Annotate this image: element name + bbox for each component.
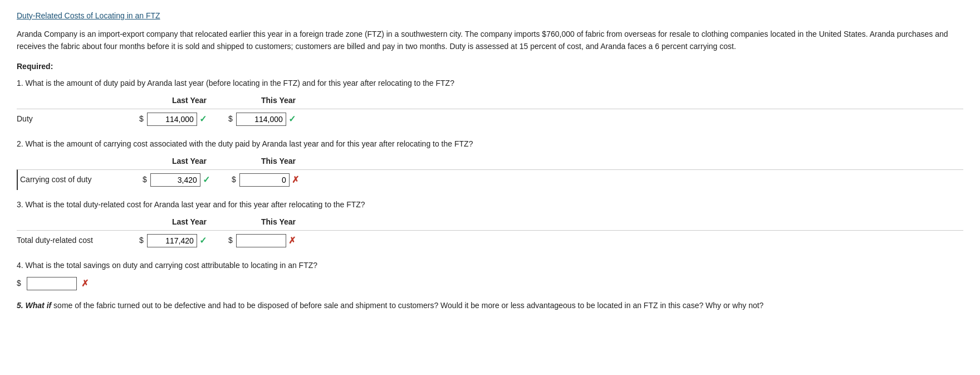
q2-last-year-check-icon: ✓ <box>203 173 210 187</box>
q1-this-year-input[interactable] <box>236 113 286 126</box>
required-label: Required: <box>17 62 963 71</box>
q2-col-headers: Last Year This Year <box>17 155 963 167</box>
q4-dollar: $ <box>17 277 21 289</box>
q3-this-year-header: This Year <box>234 216 323 228</box>
question-1: 1. What is the amount of duty paid by Ar… <box>17 77 963 129</box>
q2-data-row: Carrying cost of duty $ ✓ $ ✗ <box>17 169 963 190</box>
q4-input-row: $ ✗ <box>17 277 963 290</box>
q2-last-year-cell: $ ✓ <box>143 173 232 187</box>
q1-this-year-check-icon: ✓ <box>288 113 296 126</box>
q2-last-year-input[interactable] <box>150 173 200 187</box>
q4-text: 4. What is the total savings on duty and… <box>17 260 963 271</box>
q3-this-year-x-icon[interactable]: ✗ <box>288 234 296 247</box>
q2-text: 2. What is the amount of carrying cost a… <box>17 138 963 150</box>
q2-last-year-header: Last Year <box>145 155 234 167</box>
q1-col-headers: Last Year This Year <box>17 95 963 106</box>
q2-this-year-cell: $ ✗ <box>232 173 321 187</box>
q2-last-year-dollar: $ <box>143 174 147 186</box>
q3-text: 3. What is the total duty-related cost f… <box>17 199 963 211</box>
q4-x-icon[interactable]: ✗ <box>81 277 89 290</box>
intro-paragraph: Aranda Company is an import-export compa… <box>17 28 963 53</box>
q2-this-year-x-icon[interactable]: ✗ <box>292 173 299 187</box>
question-5: 5. What if some of the fabric turned out… <box>17 299 963 311</box>
q1-last-year-header: Last Year <box>145 95 234 106</box>
q4-input[interactable] <box>27 277 77 290</box>
q2-this-year-dollar: $ <box>232 174 236 186</box>
q3-col-headers: Last Year This Year <box>17 216 963 228</box>
q1-row-label: Duty <box>17 113 139 125</box>
q2-row-label: Carrying cost of duty <box>20 174 143 186</box>
question-4: 4. What is the total savings on duty and… <box>17 260 963 290</box>
q1-text: 1. What is the amount of duty paid by Ar… <box>17 77 963 89</box>
page-title[interactable]: Duty-Related Costs of Locating in an FTZ <box>17 11 963 20</box>
q3-data-row: Total duty-related cost $ ✓ $ ✗ <box>17 230 963 251</box>
q3-row-label: Total duty-related cost <box>17 235 139 246</box>
q3-this-year-dollar: $ <box>228 235 233 246</box>
question-3: 3. What is the total duty-related cost f… <box>17 199 963 251</box>
q3-last-year-dollar: $ <box>139 235 144 246</box>
q1-this-year-dollar: $ <box>228 113 233 125</box>
q3-last-year-check-icon: ✓ <box>199 234 207 247</box>
q1-this-year-cell: $ ✓ <box>228 113 317 126</box>
q1-this-year-header: This Year <box>234 95 323 106</box>
q2-this-year-header: This Year <box>234 155 323 167</box>
q3-last-year-cell: $ ✓ <box>139 234 228 247</box>
q1-last-year-check-icon: ✓ <box>199 113 207 126</box>
q3-last-year-input[interactable] <box>147 234 197 247</box>
q1-last-year-input[interactable] <box>147 113 197 126</box>
q1-last-year-cell: $ ✓ <box>139 113 228 126</box>
q1-last-year-dollar: $ <box>139 113 144 125</box>
q1-data-row: Duty $ ✓ $ ✓ <box>17 109 963 129</box>
q2-this-year-input[interactable] <box>239 173 290 187</box>
question-2: 2. What is the amount of carrying cost a… <box>17 138 963 190</box>
q3-last-year-header: Last Year <box>145 216 234 228</box>
q3-this-year-cell: $ ✗ <box>228 234 317 247</box>
q5-text: 5. What if some of the fabric turned out… <box>17 299 963 311</box>
q3-this-year-input[interactable] <box>236 234 286 247</box>
